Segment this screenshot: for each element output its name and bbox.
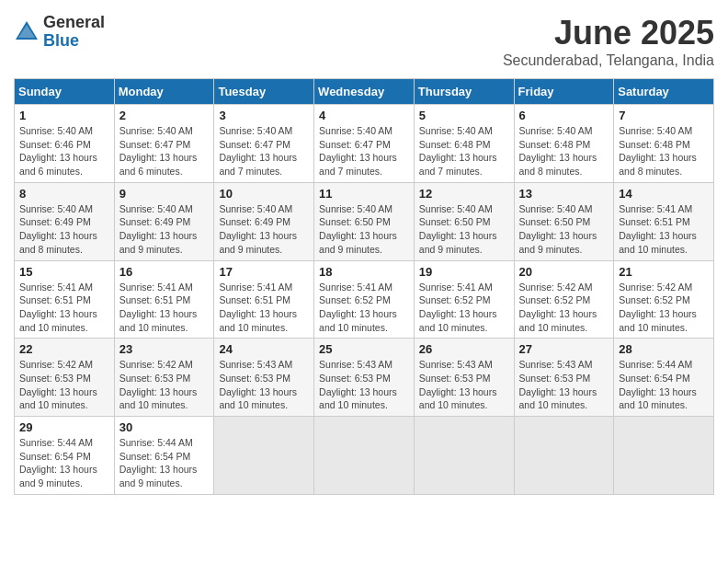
day-number: 1 [19, 109, 109, 122]
calendar-cell: 14Sunrise: 5:41 AM Sunset: 6:51 PM Dayli… [614, 182, 714, 260]
day-number: 27 [519, 342, 609, 356]
day-info: Sunrise: 5:40 AM Sunset: 6:50 PM Dayligh… [419, 202, 509, 257]
day-info: Sunrise: 5:43 AM Sunset: 6:53 PM Dayligh… [319, 358, 409, 412]
day-number: 23 [119, 342, 210, 356]
calendar-cell: 8Sunrise: 5:40 AM Sunset: 6:49 PM Daylig… [15, 182, 115, 260]
day-number: 28 [619, 342, 709, 356]
calendar-cell: 21Sunrise: 5:42 AM Sunset: 6:52 PM Dayli… [614, 260, 714, 339]
day-number: 13 [519, 187, 609, 201]
day-info: Sunrise: 5:41 AM Sunset: 6:51 PM Dayligh… [19, 281, 109, 335]
calendar-cell [314, 417, 415, 495]
calendar-cell: 13Sunrise: 5:40 AM Sunset: 6:50 PM Dayli… [514, 182, 614, 260]
day-number: 21 [619, 265, 709, 279]
day-info: Sunrise: 5:40 AM Sunset: 6:49 PM Dayligh… [119, 202, 210, 257]
day-number: 16 [119, 265, 210, 279]
day-number: 18 [319, 265, 409, 279]
calendar-cell: 18Sunrise: 5:41 AM Sunset: 6:52 PM Dayli… [314, 260, 415, 339]
calendar-cell: 19Sunrise: 5:41 AM Sunset: 6:52 PM Dayli… [414, 260, 514, 339]
day-number: 26 [419, 342, 509, 356]
day-number: 7 [619, 109, 709, 122]
day-number: 12 [419, 187, 509, 201]
day-number: 29 [19, 420, 109, 434]
calendar-cell: 4Sunrise: 5:40 AM Sunset: 6:47 PM Daylig… [314, 105, 415, 183]
day-number: 30 [119, 420, 210, 434]
calendar-cell: 2Sunrise: 5:40 AM Sunset: 6:47 PM Daylig… [114, 105, 214, 183]
day-info: Sunrise: 5:44 AM Sunset: 6:54 PM Dayligh… [619, 358, 709, 412]
calendar-cell [414, 417, 514, 495]
title-area: June 2025 Secunderabad, Telangana, India [503, 14, 714, 69]
calendar-cell: 24Sunrise: 5:43 AM Sunset: 6:53 PM Dayli… [214, 339, 314, 417]
calendar-cell: 16Sunrise: 5:41 AM Sunset: 6:51 PM Dayli… [114, 260, 214, 339]
day-info: Sunrise: 5:41 AM Sunset: 6:51 PM Dayligh… [619, 202, 709, 257]
calendar-cell: 29Sunrise: 5:44 AM Sunset: 6:54 PM Dayli… [15, 417, 115, 495]
calendar-cell: 23Sunrise: 5:42 AM Sunset: 6:53 PM Dayli… [114, 339, 214, 417]
month-title: June 2025 [503, 14, 714, 52]
day-info: Sunrise: 5:40 AM Sunset: 6:48 PM Dayligh… [419, 124, 509, 178]
calendar-cell: 30Sunrise: 5:44 AM Sunset: 6:54 PM Dayli… [114, 417, 214, 495]
day-number: 4 [319, 109, 409, 122]
day-info: Sunrise: 5:40 AM Sunset: 6:48 PM Dayligh… [519, 124, 609, 178]
day-info: Sunrise: 5:40 AM Sunset: 6:50 PM Dayligh… [519, 202, 609, 257]
day-number: 5 [419, 109, 509, 122]
weekday-header-saturday: Saturday [614, 79, 714, 105]
calendar-cell: 28Sunrise: 5:44 AM Sunset: 6:54 PM Dayli… [614, 339, 714, 417]
calendar-cell: 10Sunrise: 5:40 AM Sunset: 6:49 PM Dayli… [214, 182, 314, 260]
day-number: 3 [219, 109, 309, 122]
calendar-cell: 7Sunrise: 5:40 AM Sunset: 6:48 PM Daylig… [614, 105, 714, 183]
day-info: Sunrise: 5:42 AM Sunset: 6:52 PM Dayligh… [519, 281, 609, 335]
calendar-cell: 17Sunrise: 5:41 AM Sunset: 6:51 PM Dayli… [214, 260, 314, 339]
day-info: Sunrise: 5:43 AM Sunset: 6:53 PM Dayligh… [219, 358, 309, 412]
weekday-header-tuesday: Tuesday [214, 79, 314, 105]
day-number: 19 [419, 265, 509, 279]
location-title: Secunderabad, Telangana, India [503, 52, 714, 69]
logo-general-text: General [43, 14, 105, 32]
calendar-cell: 22Sunrise: 5:42 AM Sunset: 6:53 PM Dayli… [15, 339, 115, 417]
day-number: 9 [119, 187, 210, 201]
calendar-cell: 26Sunrise: 5:43 AM Sunset: 6:53 PM Dayli… [414, 339, 514, 417]
calendar-cell: 3Sunrise: 5:40 AM Sunset: 6:47 PM Daylig… [214, 105, 314, 183]
day-number: 10 [219, 187, 309, 201]
calendar-table: SundayMondayTuesdayWednesdayThursdayFrid… [14, 78, 714, 495]
day-info: Sunrise: 5:40 AM Sunset: 6:46 PM Dayligh… [19, 124, 109, 178]
day-info: Sunrise: 5:43 AM Sunset: 6:53 PM Dayligh… [419, 358, 509, 412]
day-info: Sunrise: 5:41 AM Sunset: 6:52 PM Dayligh… [419, 281, 509, 335]
day-info: Sunrise: 5:40 AM Sunset: 6:48 PM Dayligh… [619, 124, 709, 178]
calendar-cell: 5Sunrise: 5:40 AM Sunset: 6:48 PM Daylig… [414, 105, 514, 183]
day-info: Sunrise: 5:41 AM Sunset: 6:51 PM Dayligh… [119, 281, 210, 335]
weekday-header-monday: Monday [114, 79, 214, 105]
logo-icon [14, 19, 40, 45]
day-number: 22 [19, 342, 109, 356]
calendar-cell [514, 417, 614, 495]
day-info: Sunrise: 5:44 AM Sunset: 6:54 PM Dayligh… [119, 436, 210, 490]
day-info: Sunrise: 5:40 AM Sunset: 6:50 PM Dayligh… [319, 202, 409, 257]
weekday-header-wednesday: Wednesday [314, 79, 415, 105]
day-info: Sunrise: 5:42 AM Sunset: 6:53 PM Dayligh… [19, 358, 109, 412]
day-info: Sunrise: 5:40 AM Sunset: 6:49 PM Dayligh… [219, 202, 309, 257]
day-info: Sunrise: 5:40 AM Sunset: 6:47 PM Dayligh… [319, 124, 409, 178]
day-number: 25 [319, 342, 409, 356]
logo-blue-text: Blue [43, 32, 105, 51]
day-number: 11 [319, 187, 409, 201]
day-number: 20 [519, 265, 609, 279]
calendar-cell [214, 417, 314, 495]
header: General Blue June 2025 Secunderabad, Tel… [14, 14, 714, 69]
weekday-header-thursday: Thursday [414, 79, 514, 105]
weekday-header-sunday: Sunday [15, 79, 115, 105]
calendar-cell: 11Sunrise: 5:40 AM Sunset: 6:50 PM Dayli… [314, 182, 415, 260]
calendar-cell: 15Sunrise: 5:41 AM Sunset: 6:51 PM Dayli… [15, 260, 115, 339]
day-info: Sunrise: 5:44 AM Sunset: 6:54 PM Dayligh… [19, 436, 109, 490]
day-number: 24 [219, 342, 309, 356]
day-info: Sunrise: 5:41 AM Sunset: 6:51 PM Dayligh… [219, 281, 309, 335]
calendar-cell: 6Sunrise: 5:40 AM Sunset: 6:48 PM Daylig… [514, 105, 614, 183]
weekday-header-friday: Friday [514, 79, 614, 105]
day-number: 2 [119, 109, 210, 122]
calendar-cell: 20Sunrise: 5:42 AM Sunset: 6:52 PM Dayli… [514, 260, 614, 339]
day-info: Sunrise: 5:42 AM Sunset: 6:52 PM Dayligh… [619, 281, 709, 335]
calendar-cell: 1Sunrise: 5:40 AM Sunset: 6:46 PM Daylig… [15, 105, 115, 183]
day-number: 17 [219, 265, 309, 279]
day-info: Sunrise: 5:40 AM Sunset: 6:47 PM Dayligh… [119, 124, 210, 178]
calendar-cell: 12Sunrise: 5:40 AM Sunset: 6:50 PM Dayli… [414, 182, 514, 260]
day-info: Sunrise: 5:40 AM Sunset: 6:49 PM Dayligh… [19, 202, 109, 257]
calendar-cell: 27Sunrise: 5:43 AM Sunset: 6:53 PM Dayli… [514, 339, 614, 417]
day-info: Sunrise: 5:41 AM Sunset: 6:52 PM Dayligh… [319, 281, 409, 335]
